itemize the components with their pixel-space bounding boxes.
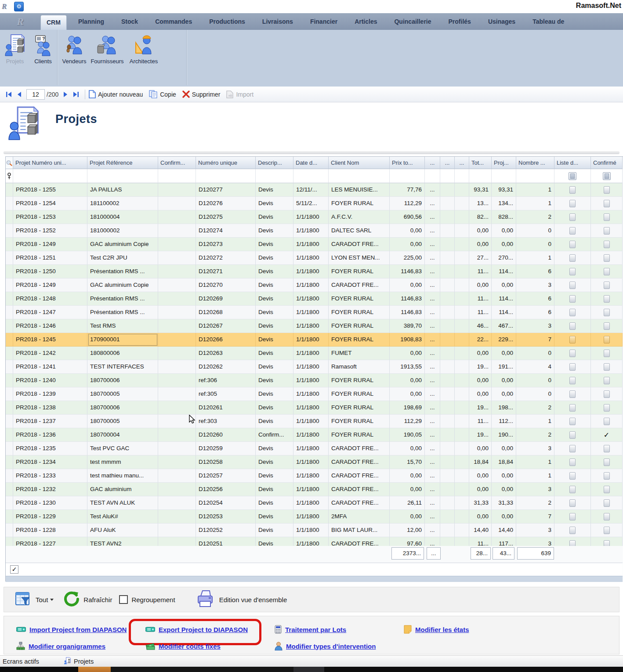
cell[interactable]: 1 (516, 469, 554, 483)
cell[interactable]: FOYER RURAL (329, 415, 390, 428)
cell[interactable]: 46... (469, 319, 492, 333)
cell[interactable]: ... (425, 496, 440, 510)
cell[interactable] (158, 224, 196, 238)
column-header[interactable]: Tot... (469, 157, 492, 169)
checkbox[interactable] (604, 527, 610, 534)
cell[interactable] (440, 183, 455, 197)
cell[interactable]: 82... (469, 210, 492, 224)
cell[interactable] (455, 442, 469, 455)
cell[interactable]: Devis (256, 238, 293, 251)
cell[interactable]: 0,00 (492, 510, 516, 524)
row-indicator[interactable] (6, 238, 13, 251)
cell[interactable]: 19... (469, 401, 492, 415)
cell[interactable]: 0,00 (390, 278, 425, 292)
checkbox[interactable] (604, 200, 610, 207)
cell[interactable] (591, 524, 623, 537)
checkbox[interactable] (569, 268, 576, 275)
cell[interactable]: ... (425, 265, 440, 278)
cell[interactable] (455, 401, 469, 415)
cell[interactable]: 1/1/1800 (293, 496, 329, 510)
cell[interactable] (455, 415, 469, 428)
checkbox[interactable] (569, 336, 576, 343)
cell[interactable]: 1/1/1800 (293, 387, 329, 401)
cell[interactable] (158, 183, 196, 197)
cell[interactable]: 0,00 (390, 469, 425, 483)
cell[interactable] (554, 319, 591, 333)
cell[interactable] (440, 428, 455, 442)
regroupement-label[interactable]: Regroupement (131, 596, 175, 603)
cell[interactable]: 7 (516, 333, 554, 347)
cell[interactable]: 0,00 (492, 224, 516, 238)
filter-cell[interactable] (516, 169, 554, 183)
cell[interactable]: Devis (256, 524, 293, 537)
cell[interactable]: 270... (492, 251, 516, 265)
cell[interactable]: ... (425, 537, 440, 546)
cell[interactable]: ✓ (591, 428, 623, 442)
cell[interactable]: 117... (492, 537, 516, 546)
cell[interactable]: PR2018 - 1236 (13, 428, 87, 442)
refresh-button[interactable]: Rafraîchir (83, 596, 112, 603)
cell[interactable]: 0,00 (469, 483, 492, 496)
cell[interactable] (158, 387, 196, 401)
checkbox[interactable] (604, 404, 610, 412)
cell[interactable] (158, 374, 196, 387)
cell[interactable] (455, 333, 469, 347)
cell[interactable]: CARADOT FRE... (329, 442, 390, 455)
cell[interactable]: 12/11/... (293, 183, 329, 197)
cell[interactable] (554, 347, 591, 360)
cell[interactable] (440, 510, 455, 524)
cell[interactable]: CARADOT FRE... (329, 455, 390, 469)
cell[interactable]: 0,00 (390, 510, 425, 524)
cell[interactable] (158, 510, 196, 524)
cell[interactable] (554, 265, 591, 278)
cell[interactable]: 0,00 (469, 374, 492, 387)
checkbox[interactable] (569, 527, 576, 534)
row-indicator[interactable] (6, 401, 13, 415)
cell[interactable] (158, 524, 196, 537)
cell[interactable] (455, 455, 469, 469)
cell[interactable] (158, 428, 196, 442)
cell[interactable] (455, 292, 469, 306)
cell[interactable]: FOYER RURAL (329, 265, 390, 278)
table-row[interactable]: PR2018 - 1228AFU AluKD120252Devis1/1/180… (6, 524, 623, 537)
cell[interactable]: ... (425, 238, 440, 251)
first-page-button[interactable] (4, 89, 14, 100)
cell[interactable]: PR2018 - 1230 (13, 496, 87, 510)
cell[interactable]: 0,00 (492, 483, 516, 496)
cell[interactable]: 1/1/1800 (293, 265, 329, 278)
cell[interactable] (591, 387, 623, 401)
checkbox[interactable] (569, 472, 576, 480)
checkbox[interactable] (604, 472, 610, 480)
cell[interactable] (440, 537, 455, 546)
cell[interactable] (591, 265, 623, 278)
cell[interactable]: 0,00 (492, 387, 516, 401)
cell[interactable]: 3 (516, 278, 554, 292)
cell[interactable]: Devis (256, 347, 293, 360)
refresh-icon[interactable] (63, 591, 80, 609)
cell[interactable] (591, 537, 623, 546)
cell[interactable]: 1/1/1800 (293, 401, 329, 415)
cell[interactable]: 6 (516, 292, 554, 306)
checkbox[interactable] (604, 336, 610, 343)
cell[interactable]: D120258 (196, 455, 256, 469)
row-indicator[interactable] (6, 183, 13, 197)
clients-button[interactable]: ? Clients (29, 32, 57, 65)
cell[interactable] (554, 387, 591, 401)
cell[interactable]: PR2018 - 1233 (13, 469, 87, 483)
cell[interactable]: PR2018 - 1228 (13, 524, 87, 537)
cell[interactable]: ... (425, 183, 440, 197)
checkbox[interactable] (604, 186, 610, 194)
filter-cell[interactable] (440, 169, 455, 183)
cell[interactable]: D120277 (196, 183, 256, 197)
cell[interactable]: 11... (469, 292, 492, 306)
cell[interactable]: ... (425, 510, 440, 524)
cell[interactable]: GAC aluminium Copie (87, 278, 158, 292)
modifier-types-intervention-link[interactable]: Modifier types d'intervention (275, 641, 376, 651)
cell[interactable] (591, 360, 623, 374)
cell[interactable] (455, 483, 469, 496)
cell[interactable]: Confirm... (256, 428, 293, 442)
cell[interactable]: ... (425, 360, 440, 374)
cell[interactable]: test mmmm (87, 455, 158, 469)
checkbox[interactable] (569, 350, 576, 357)
cell[interactable]: 112,29 (390, 415, 425, 428)
